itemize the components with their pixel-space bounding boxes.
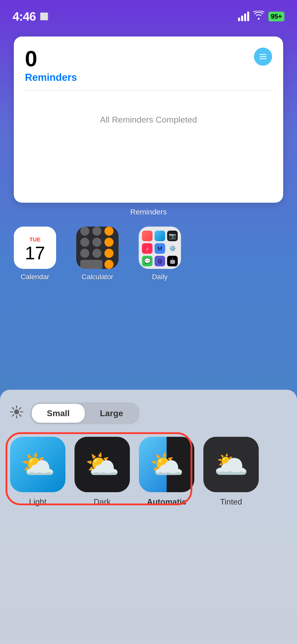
daily-app[interactable]: 📷 ♪ M ⚙️ 💬 Q 🤖 Daily <box>139 227 181 281</box>
status-time: 4:46 <box>13 10 36 23</box>
weather-dark-emoji: ⛅ <box>85 448 120 481</box>
folder-app-1 <box>142 231 153 241</box>
size-large-button[interactable]: Large <box>85 404 138 423</box>
style-option-dark[interactable]: ⛅ Dark <box>75 437 130 507</box>
status-icons: 95+ <box>238 11 284 22</box>
tinted-style-label: Tinted <box>220 497 242 507</box>
reminder-label: Reminders <box>25 72 272 83</box>
size-small-button[interactable]: Small <box>32 404 85 423</box>
weather-light-emoji: ⛅ <box>21 448 55 481</box>
calendar-month: TUE <box>14 233 56 244</box>
auto-style-label: Automatic <box>147 497 186 507</box>
style-options-wrapper: ⛅ Light ⛅ Dark ⛅ Automa <box>10 437 287 507</box>
folder-app-9: 🤖 <box>167 256 178 266</box>
calendar-day: 17 <box>25 244 45 262</box>
reminder-divider <box>25 90 272 91</box>
sun-icon <box>10 405 23 421</box>
signal-bars <box>238 12 249 21</box>
folder-app-2 <box>155 231 165 241</box>
svg-point-3 <box>14 409 19 414</box>
daily-icon[interactable]: 📷 ♪ M ⚙️ 💬 Q 🤖 <box>139 227 181 269</box>
svg-rect-0 <box>259 54 267 55</box>
tinted-style-icon[interactable]: 🌥️ <box>203 437 259 492</box>
widget-label: Reminders <box>130 208 167 216</box>
size-toggle: Small Large <box>30 402 140 424</box>
calculator-app[interactable]: Calculator <box>76 227 119 281</box>
daily-label: Daily <box>152 273 168 281</box>
auto-style-icon[interactable]: ⛅ <box>139 437 194 492</box>
dark-style-label: Dark <box>94 497 111 507</box>
app-style-grid: ⛅ Light ⛅ Dark ⛅ Automa <box>10 437 287 507</box>
folder-app-5: M <box>155 243 165 254</box>
svg-line-9 <box>19 415 21 416</box>
wifi-icon <box>253 11 264 22</box>
folder-app-3: 📷 <box>167 231 178 241</box>
status-bar: 4:46 ⬜ 95+ <box>0 0 297 25</box>
reminders-widget: 0 Reminders All Reminders Completed <box>14 37 283 203</box>
calendar-app[interactable]: TUE 17 Calendar <box>14 227 56 281</box>
light-style-icon[interactable]: ⛅ <box>10 437 65 492</box>
calculator-icon[interactable] <box>76 227 119 269</box>
reminder-list-button[interactable] <box>254 48 272 66</box>
weather-tinted-emoji: 🌥️ <box>214 448 248 481</box>
reminder-empty-text: All Reminders Completed <box>100 115 197 125</box>
style-option-tinted[interactable]: 🌥️ Tinted <box>203 437 259 507</box>
folder-app-6: ⚙️ <box>167 243 178 254</box>
style-option-automatic[interactable]: ⛅ Automatic <box>139 437 194 507</box>
svg-line-8 <box>12 408 14 409</box>
size-selector-row: Small Large <box>10 402 287 424</box>
screen-record-icon: ⬜ <box>40 12 49 21</box>
folder-app-8: Q <box>155 256 165 266</box>
battery-indicator: 95+ <box>268 12 284 21</box>
dark-style-icon[interactable]: ⛅ <box>75 437 130 492</box>
style-option-light[interactable]: ⛅ Light <box>10 437 65 507</box>
svg-rect-1 <box>259 56 267 57</box>
light-style-label: Light <box>29 497 46 507</box>
svg-rect-2 <box>259 58 267 59</box>
calendar-icon[interactable]: TUE 17 <box>14 227 56 269</box>
calculator-label: Calculator <box>82 273 113 281</box>
reminder-count: 0 <box>25 48 272 70</box>
folder-app-4: ♪ <box>142 243 153 254</box>
svg-line-10 <box>19 408 21 409</box>
svg-line-11 <box>12 415 14 416</box>
calendar-label: Calendar <box>21 273 49 281</box>
calc-buttons <box>80 227 115 269</box>
folder-app-7: 💬 <box>142 256 153 266</box>
bottom-panel: Small Large ⛅ Light ⛅ Dark <box>0 390 297 644</box>
weather-auto-emoji: ⛅ <box>150 448 184 481</box>
app-icons-row: TUE 17 Calendar Calculator <box>14 227 181 281</box>
